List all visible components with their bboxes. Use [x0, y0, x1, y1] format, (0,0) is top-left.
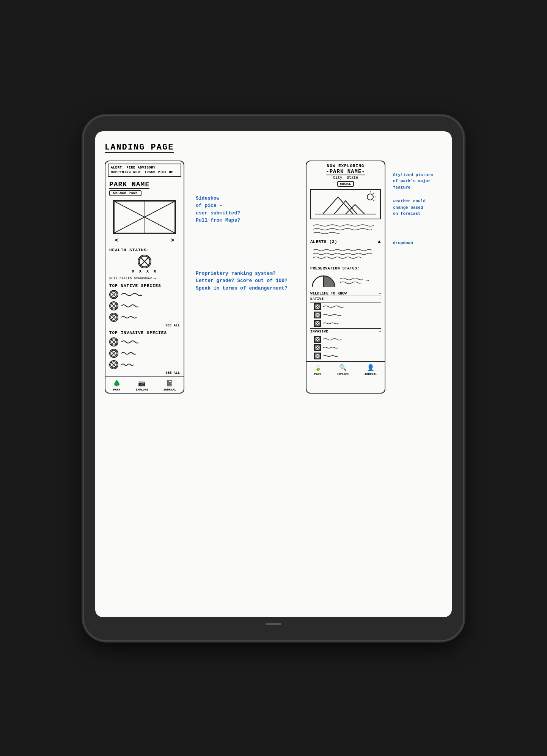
- wavy-line-1: [121, 292, 142, 297]
- species-icon-3: [109, 313, 118, 322]
- native-wavy-3: [323, 321, 339, 325]
- ranking3: Speak in terms of endangerment?: [196, 285, 298, 292]
- image-placeholder-x: [114, 201, 175, 233]
- preservation-wavy: [340, 276, 363, 285]
- invasive-item-2: [310, 343, 381, 352]
- tablet-screen: LANDING PAGE ALERT: FIRE ADVISORY HAPPEN…: [95, 131, 452, 617]
- native-item-1: [310, 302, 381, 311]
- see-all-invasive[interactable]: SEE ALL: [105, 370, 184, 376]
- svg-line-27: [373, 193, 374, 194]
- park-name-section: PARK NAME CHANGE PARK: [105, 179, 184, 198]
- invasive-arrow: →: [379, 330, 381, 334]
- invasive-icon-3: [109, 360, 118, 369]
- next-arrow[interactable]: >: [170, 237, 174, 244]
- change-park-button[interactable]: CHANGE PARK: [109, 190, 141, 196]
- wavy-line-3: [121, 315, 137, 320]
- species-icon-2: [109, 301, 118, 310]
- inv-checkbox-2: [314, 344, 321, 351]
- content-area: ALERT: FIRE ADVISORY HAPPENING NOW: TRAS…: [105, 161, 442, 394]
- park-icon: 🌲: [113, 380, 121, 387]
- weather3: on forecast: [393, 211, 442, 217]
- alerts-heading: ALERTS (2): [310, 239, 337, 244]
- now-exploring-header: NOW EXPLORING -PARK NAME- City, State CH…: [307, 161, 385, 187]
- preservation-section: PRESERVATION STATUS:: [307, 265, 385, 290]
- native-wavy-1: [323, 305, 344, 309]
- invasive-species-3: [105, 359, 184, 370]
- weather2: change based: [393, 205, 442, 211]
- checkbox-3: [314, 320, 321, 327]
- nav-explore-label: EXPLORE: [135, 388, 148, 391]
- see-all-native[interactable]: SEE ALL: [105, 323, 184, 329]
- nav-explore-label-right: EXPLORE: [336, 372, 349, 376]
- description-wavy: [310, 222, 381, 234]
- health-icon-area: X X X X: [105, 253, 184, 275]
- invasive-item-3: [310, 352, 381, 360]
- inv-checkbox-3: [314, 353, 321, 359]
- invasive-species-1: [105, 336, 184, 348]
- nav-park-left[interactable]: 🌲 PARK: [113, 380, 121, 391]
- right-park-name: -PARK NAME-: [326, 169, 365, 175]
- checkbox-2: [314, 312, 321, 318]
- top-invasive-heading: TOP INVASIVE SPECIES: [105, 329, 184, 336]
- annotation-dropdown: dropdown: [393, 240, 442, 246]
- nav-explore-left[interactable]: 📷 EXPLORE: [135, 380, 148, 391]
- svg-point-24: [367, 194, 373, 200]
- city-state: City, State: [310, 176, 381, 180]
- explore-icon-right: 🔍: [339, 364, 347, 372]
- inv-wavy-2: [323, 346, 340, 350]
- feature-text: feature: [393, 184, 442, 191]
- wildlife-arrow: →: [379, 291, 381, 296]
- invasive-icon-1: [109, 337, 118, 346]
- inv-wavy-1: [323, 337, 342, 341]
- species-icon-1: [109, 290, 118, 299]
- annotation-slideshow: Sideshow of pics - user submitted? Pull …: [196, 195, 298, 224]
- nav-park-right[interactable]: 🍃 PARK: [314, 364, 322, 376]
- right-phone-body: NOW EXPLORING -PARK NAME- City, State CH…: [307, 161, 385, 377]
- page-title: LANDING PAGE: [105, 143, 174, 153]
- top-native-heading: TOP NATIVE SPECIES: [105, 282, 184, 289]
- annotation-slideshow-group: Sideshow of pics - user submitted? Pull …: [196, 195, 298, 292]
- park-sketch: [311, 189, 380, 219]
- wildlife-heading: WILDLIFE TO KNOW: [310, 291, 347, 296]
- slideshow-detail1: of pics -: [196, 202, 298, 209]
- ranking1: Proprietery ranking system?: [196, 270, 298, 277]
- now-exploring-title: NOW EXPLORING: [310, 164, 381, 168]
- nav-journal-right[interactable]: 👤 JOURNAL: [365, 364, 377, 376]
- preservation-heading: PRESERVATION STATUS:: [310, 266, 381, 271]
- weather1: weather could: [393, 198, 442, 205]
- alerts-row: ALERTS (2) ▲: [307, 237, 385, 246]
- alert-text-2: HAPPENING NOW: TRASH PICK UP: [111, 170, 178, 175]
- park-icon-right: 🍃: [314, 364, 322, 372]
- native-species-1: [105, 289, 184, 300]
- nav-journal-label-right: JOURNAL: [365, 372, 377, 376]
- stylized-text: Stylized picture: [393, 172, 442, 178]
- middle-annotations: Sideshow of pics - user submitted? Pull …: [192, 161, 298, 394]
- health-status-heading: HEALTH STATUS:: [105, 246, 184, 253]
- health-breakdown-link[interactable]: Full health breakdown →: [105, 275, 184, 282]
- right-annotations: Stylized picture of park's major feature…: [393, 161, 442, 394]
- wavy-line-2: [121, 304, 138, 308]
- park-description-lines: [307, 221, 385, 237]
- ranking2: Letter grade? Score out of 100?: [196, 277, 298, 285]
- slideshow-container: < >: [109, 200, 180, 245]
- native-row[interactable]: NATIVE →: [310, 296, 381, 302]
- park-name-title: PARK NAME: [109, 181, 149, 189]
- bottom-nav-right: 🍃 PARK 🔍 EXPLORE 👤 JOURNAL: [307, 361, 385, 377]
- alert-bar: ALERT: FIRE ADVISORY HAPPENING NOW: TRAS…: [108, 164, 181, 177]
- change-button-right[interactable]: CHANGE: [337, 181, 354, 187]
- gauge-container: →: [310, 272, 381, 289]
- wildlife-heading-row: WILDLIFE TO KNOW →: [310, 291, 381, 296]
- wavy-line-inv-1: [121, 340, 138, 344]
- bottom-nav-left: 🌲 PARK 📷 EXPLORE 📓 JOURNAL: [105, 376, 184, 393]
- prev-arrow[interactable]: <: [115, 237, 119, 244]
- alerts-dropdown-icon[interactable]: ▲: [378, 239, 381, 245]
- nav-journal-left[interactable]: 📓 JOURNAL: [163, 380, 176, 391]
- x-marks: X X X X: [132, 269, 157, 274]
- tablet-device: LANDING PAGE ALERT: FIRE ADVISORY HAPPEN…: [84, 116, 463, 640]
- invasive-row[interactable]: INVASIVE →: [310, 328, 381, 335]
- of-parks-text: of park's major: [393, 178, 442, 184]
- annotation-weather: weather could change based on forecast: [393, 198, 442, 217]
- invasive-icon-2: [109, 349, 118, 358]
- nav-explore-right[interactable]: 🔍 EXPLORE: [336, 364, 349, 376]
- tablet-home-button[interactable]: [266, 623, 281, 625]
